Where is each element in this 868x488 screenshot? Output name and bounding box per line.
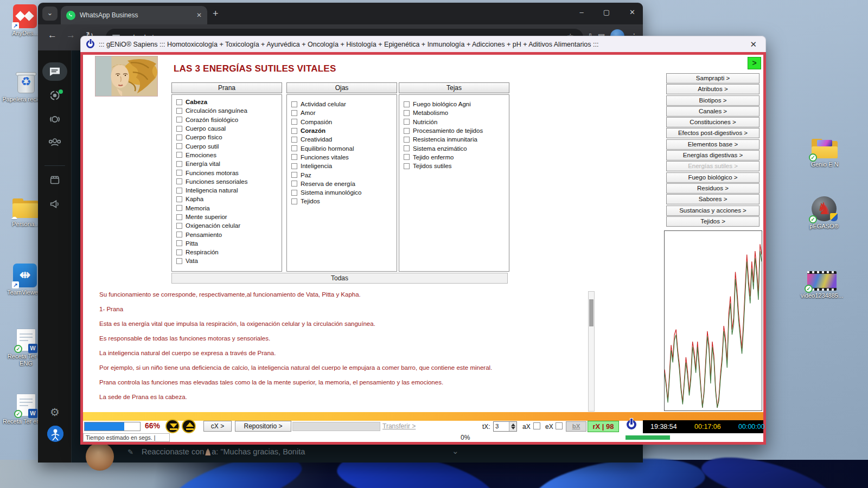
checkbox-item[interactable]: Actividad celular — [291, 100, 397, 108]
window-minimize-button[interactable]: – — [580, 8, 584, 16]
checkbox-item[interactable]: Resistencia inmunitaria — [404, 135, 509, 144]
checkbox[interactable] — [404, 154, 410, 160]
checkbox-item[interactable]: Funciones vitales — [291, 153, 397, 162]
checkbox[interactable] — [291, 137, 297, 143]
app-close-button[interactable]: ✕ — [750, 40, 760, 49]
checkbox[interactable] — [291, 190, 297, 196]
next-page-button[interactable]: > — [748, 57, 761, 69]
checkbox[interactable] — [176, 188, 182, 194]
checkbox-item[interactable]: Cuerpo sutil — [176, 142, 282, 150]
checkbox[interactable] — [404, 137, 410, 143]
checkbox[interactable] — [291, 163, 297, 169]
checkbox[interactable] — [176, 214, 182, 220]
checkbox-item[interactable]: Vata — [176, 256, 282, 265]
checkbox[interactable] — [176, 99, 182, 105]
ax-checkbox[interactable] — [533, 422, 540, 429]
checkbox-item[interactable]: Fuego biológico Agni — [404, 100, 509, 108]
checkbox[interactable] — [176, 143, 182, 149]
checkbox[interactable] — [176, 134, 182, 140]
checkbox[interactable] — [176, 258, 182, 264]
checkbox[interactable] — [404, 128, 410, 134]
repositorio-button[interactable]: Repositorio > — [235, 421, 291, 432]
checkbox[interactable] — [404, 119, 410, 125]
checkbox-item[interactable]: Compasión — [291, 118, 397, 126]
whatsapp-status-tab[interactable] — [42, 86, 67, 105]
window-close-button[interactable]: ✕ — [629, 8, 635, 16]
text-scrollbar[interactable] — [588, 291, 595, 412]
side-button[interactable]: Sustancias y acciones > — [666, 206, 760, 216]
checkbox[interactable] — [404, 145, 410, 151]
bx-button[interactable]: bX — [566, 421, 586, 432]
checkbox[interactable] — [176, 249, 182, 255]
checkbox-item[interactable]: Tejidos sutiles — [404, 162, 509, 170]
side-button[interactable]: Tejidos > — [666, 216, 760, 227]
checkbox-item[interactable]: Metabolismo — [404, 108, 509, 117]
window-maximize-button[interactable]: ▢ — [603, 8, 610, 16]
back-button[interactable]: ← — [48, 30, 57, 41]
checkbox-item[interactable]: Pensamiento — [176, 230, 282, 239]
checkbox-item[interactable]: Inteligencia — [291, 162, 397, 170]
whatsapp-ads-megaphone-tab[interactable] — [42, 195, 67, 213]
checkbox[interactable] — [176, 152, 182, 158]
spinner-arrows[interactable] — [509, 422, 516, 431]
side-button[interactable]: Elementos base > — [666, 139, 760, 150]
checkbox-item[interactable]: Sistema enzimático — [404, 144, 509, 152]
checkbox-item[interactable]: Paz — [291, 170, 397, 179]
whatsapp-profile-avatar[interactable] — [47, 426, 63, 442]
checkbox[interactable] — [176, 178, 182, 184]
checkbox-item[interactable]: Tejidos — [291, 197, 397, 206]
cx-button[interactable]: cX > — [203, 421, 232, 432]
tx-spinner[interactable]: 3 — [493, 421, 517, 432]
checkbox[interactable] — [176, 108, 182, 114]
checkbox-item[interactable]: Emociones — [176, 151, 282, 159]
checkbox-item[interactable]: Reserva de energía — [291, 179, 397, 188]
checkbox[interactable] — [404, 101, 410, 107]
checkbox-item[interactable]: Pitta — [176, 239, 282, 248]
transferir-link[interactable]: Transferir > — [382, 422, 416, 430]
checkbox[interactable] — [176, 240, 182, 246]
side-button[interactable]: Sabores > — [666, 194, 760, 204]
checkbox-item[interactable]: Cuerpo causal — [176, 124, 282, 133]
checkbox-item[interactable]: Amor — [291, 108, 397, 117]
whatsapp-catalog-tab[interactable] — [42, 171, 67, 189]
checkbox[interactable] — [176, 126, 182, 132]
genio-power-icon[interactable] — [627, 420, 636, 429]
checkbox[interactable] — [291, 101, 297, 107]
checkbox-item[interactable]: Nutrición — [404, 118, 509, 126]
tab-close-icon[interactable]: ✕ — [196, 11, 202, 19]
todas-button[interactable]: Todas — [171, 273, 508, 284]
checkbox-item[interactable]: Respiración — [176, 248, 282, 256]
side-button[interactable]: Efectos post-digestivos > — [666, 128, 760, 138]
checkbox-item[interactable]: Mente superior — [176, 213, 282, 221]
checkbox[interactable] — [291, 128, 297, 134]
checkbox-item[interactable]: Sistema inmunológico — [291, 188, 397, 197]
checkbox-item[interactable]: Inteligencia natural — [176, 186, 282, 195]
checkbox[interactable] — [404, 110, 410, 116]
side-button[interactable]: Samprapti > — [666, 73, 760, 84]
checkbox[interactable] — [291, 119, 297, 125]
app-title-bar[interactable]: ::: gENiO® Sapiens ::: Homotoxicología +… — [80, 36, 766, 52]
side-button[interactable]: Constituciones > — [666, 117, 760, 127]
ex-checkbox[interactable] — [556, 422, 563, 429]
side-button[interactable]: Canales > — [666, 106, 760, 117]
checkbox[interactable] — [404, 163, 410, 169]
chat-options-chevron-icon[interactable]: ⌄ — [452, 446, 459, 456]
checkbox[interactable] — [291, 181, 297, 187]
checkbox-item[interactable]: Corazón — [291, 126, 397, 135]
side-button[interactable]: Atributos > — [666, 84, 760, 94]
checkbox[interactable] — [176, 161, 182, 167]
checkbox-item[interactable]: Funciones motoras — [176, 168, 282, 177]
scrollbar-thumb[interactable] — [589, 299, 593, 326]
checkbox-item[interactable]: Oxigenación celular — [176, 221, 282, 230]
desktop-icon-video[interactable]: ✓ video1234885... — [797, 271, 846, 299]
checkbox[interactable] — [291, 110, 297, 116]
desktop-icon-genio-folder[interactable]: ✓ Genio E N — [800, 139, 849, 168]
checkbox-item[interactable]: Corazón fisiológico — [176, 115, 282, 124]
checkbox[interactable] — [291, 154, 297, 160]
checkbox[interactable] — [291, 198, 297, 204]
chat-contact-avatar[interactable] — [86, 442, 114, 471]
side-button[interactable]: Fuego biológico > — [666, 172, 760, 183]
tab-whatsapp-business[interactable]: WhatsApp Business ✕ — [61, 6, 207, 24]
checkbox-item[interactable]: Funciones sensoriales — [176, 177, 282, 186]
whatsapp-communities-tab[interactable] — [42, 133, 67, 151]
